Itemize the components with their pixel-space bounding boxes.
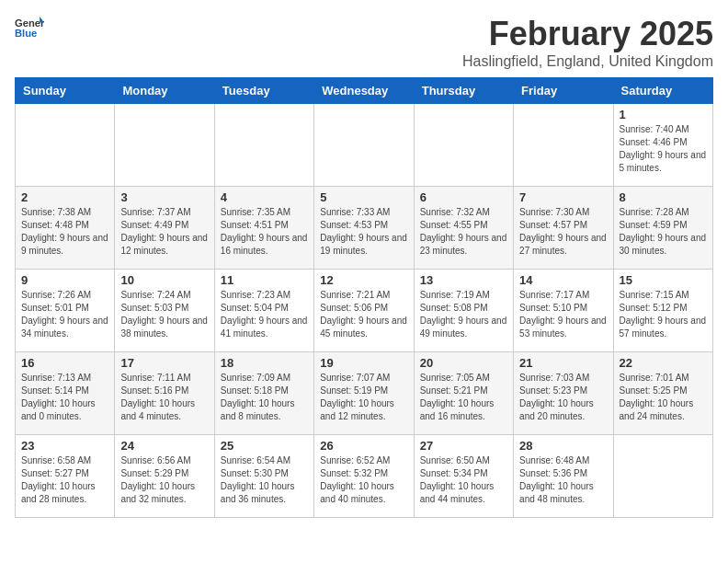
- day-info: Sunrise: 7:23 AMSunset: 5:04 PMDaylight:…: [221, 289, 308, 340]
- day-info: Sunrise: 7:21 AMSunset: 5:06 PMDaylight:…: [320, 289, 407, 340]
- day-info: Sunrise: 7:26 AMSunset: 5:01 PMDaylight:…: [21, 289, 108, 340]
- day-number: 15: [620, 273, 707, 287]
- table-row: 5Sunrise: 7:33 AMSunset: 4:53 PMDaylight…: [314, 187, 414, 270]
- table-row: 15Sunrise: 7:15 AMSunset: 5:12 PMDayligh…: [613, 270, 712, 352]
- table-row: [314, 104, 414, 187]
- header-thursday: Thursday: [414, 78, 513, 104]
- day-info: Sunrise: 7:40 AMSunset: 4:46 PMDaylight:…: [620, 123, 707, 175]
- day-number: 3: [120, 190, 208, 204]
- table-row: 21Sunrise: 7:03 AMSunset: 5:23 PMDayligh…: [514, 352, 613, 435]
- day-info: Sunrise: 7:09 AMSunset: 5:18 PMDaylight:…: [221, 372, 308, 423]
- day-info: Sunrise: 7:01 AMSunset: 5:25 PMDaylight:…: [620, 372, 707, 423]
- header-tuesday: Tuesday: [214, 78, 313, 104]
- day-number: 24: [120, 439, 208, 453]
- header-saturday: Saturday: [613, 78, 712, 104]
- table-row: 23Sunrise: 6:58 AMSunset: 5:27 PMDayligh…: [16, 435, 115, 518]
- day-number: 22: [620, 356, 707, 370]
- table-row: 11Sunrise: 7:23 AMSunset: 5:04 PMDayligh…: [214, 270, 313, 352]
- day-info: Sunrise: 6:48 AMSunset: 5:36 PMDaylight:…: [519, 454, 607, 506]
- table-row: 2Sunrise: 7:38 AMSunset: 4:48 PMDaylight…: [16, 187, 115, 270]
- day-number: 27: [420, 439, 507, 453]
- table-row: 28Sunrise: 6:48 AMSunset: 5:36 PMDayligh…: [514, 435, 613, 518]
- day-info: Sunrise: 6:54 AMSunset: 5:30 PMDaylight:…: [221, 454, 308, 506]
- day-info: Sunrise: 7:28 AMSunset: 4:59 PMDaylight:…: [620, 206, 707, 258]
- table-row: 27Sunrise: 6:50 AMSunset: 5:34 PMDayligh…: [414, 435, 513, 518]
- table-row: [414, 104, 513, 187]
- calendar-title: February 2025: [462, 15, 713, 53]
- day-number: 28: [519, 439, 607, 453]
- day-info: Sunrise: 7:13 AMSunset: 5:14 PMDaylight:…: [21, 372, 108, 423]
- day-info: Sunrise: 7:15 AMSunset: 5:12 PMDaylight:…: [620, 289, 707, 340]
- table-row: 10Sunrise: 7:24 AMSunset: 5:03 PMDayligh…: [115, 270, 214, 352]
- day-number: 5: [320, 190, 407, 204]
- day-info: Sunrise: 7:19 AMSunset: 5:08 PMDaylight:…: [420, 289, 507, 340]
- calendar-week-row: 23Sunrise: 6:58 AMSunset: 5:27 PMDayligh…: [16, 435, 713, 518]
- table-row: 20Sunrise: 7:05 AMSunset: 5:21 PMDayligh…: [414, 352, 513, 435]
- table-row: 8Sunrise: 7:28 AMSunset: 4:59 PMDaylight…: [613, 187, 712, 270]
- table-row: 24Sunrise: 6:56 AMSunset: 5:29 PMDayligh…: [115, 435, 214, 518]
- calendar-week-row: 9Sunrise: 7:26 AMSunset: 5:01 PMDaylight…: [16, 270, 713, 352]
- day-info: Sunrise: 7:30 AMSunset: 4:57 PMDaylight:…: [519, 206, 607, 258]
- table-row: 1Sunrise: 7:40 AMSunset: 4:46 PMDaylight…: [613, 104, 712, 187]
- table-row: [16, 104, 115, 187]
- table-row: 12Sunrise: 7:21 AMSunset: 5:06 PMDayligh…: [314, 270, 414, 352]
- day-number: 2: [21, 190, 108, 204]
- day-info: Sunrise: 7:33 AMSunset: 4:53 PMDaylight:…: [320, 206, 407, 258]
- table-row: 3Sunrise: 7:37 AMSunset: 4:49 PMDaylight…: [115, 187, 214, 270]
- day-number: 9: [21, 273, 108, 287]
- day-info: Sunrise: 7:37 AMSunset: 4:49 PMDaylight:…: [120, 206, 208, 258]
- table-row: 17Sunrise: 7:11 AMSunset: 5:16 PMDayligh…: [115, 352, 214, 435]
- day-number: 16: [21, 356, 108, 370]
- table-row: [214, 104, 313, 187]
- day-info: Sunrise: 7:03 AMSunset: 5:23 PMDaylight:…: [519, 372, 607, 423]
- day-number: 14: [519, 273, 607, 287]
- weekday-header-row: Sunday Monday Tuesday Wednesday Thursday…: [16, 78, 713, 104]
- day-number: 23: [21, 439, 108, 453]
- header: General Blue February 2025 Haslingfield,…: [15, 15, 713, 70]
- day-number: 13: [420, 273, 507, 287]
- title-area: February 2025 Haslingfield, England, Uni…: [462, 15, 713, 70]
- day-number: 26: [320, 439, 407, 453]
- calendar-week-row: 1Sunrise: 7:40 AMSunset: 4:46 PMDaylight…: [16, 104, 713, 187]
- day-number: 8: [620, 190, 707, 204]
- day-info: Sunrise: 7:35 AMSunset: 4:51 PMDaylight:…: [221, 206, 308, 258]
- day-number: 12: [320, 273, 407, 287]
- day-number: 1: [620, 108, 707, 121]
- calendar-table: Sunday Monday Tuesday Wednesday Thursday…: [15, 77, 713, 518]
- table-row: 9Sunrise: 7:26 AMSunset: 5:01 PMDaylight…: [16, 270, 115, 352]
- header-monday: Monday: [115, 78, 214, 104]
- table-row: [115, 104, 214, 187]
- day-info: Sunrise: 7:05 AMSunset: 5:21 PMDaylight:…: [420, 372, 507, 423]
- table-row: [613, 435, 712, 518]
- table-row: 14Sunrise: 7:17 AMSunset: 5:10 PMDayligh…: [514, 270, 613, 352]
- header-wednesday: Wednesday: [314, 78, 414, 104]
- day-number: 17: [120, 356, 208, 370]
- day-number: 7: [519, 190, 607, 204]
- calendar-subtitle: Haslingfield, England, United Kingdom: [462, 53, 713, 70]
- day-info: Sunrise: 7:17 AMSunset: 5:10 PMDaylight:…: [519, 289, 607, 340]
- day-info: Sunrise: 6:58 AMSunset: 5:27 PMDaylight:…: [21, 454, 108, 506]
- table-row: 4Sunrise: 7:35 AMSunset: 4:51 PMDaylight…: [214, 187, 313, 270]
- table-row: 26Sunrise: 6:52 AMSunset: 5:32 PMDayligh…: [314, 435, 414, 518]
- table-row: 13Sunrise: 7:19 AMSunset: 5:08 PMDayligh…: [414, 270, 513, 352]
- table-row: 22Sunrise: 7:01 AMSunset: 5:25 PMDayligh…: [613, 352, 712, 435]
- day-info: Sunrise: 7:32 AMSunset: 4:55 PMDaylight:…: [420, 206, 507, 258]
- logo: General Blue: [15, 15, 44, 40]
- day-info: Sunrise: 6:50 AMSunset: 5:34 PMDaylight:…: [420, 454, 507, 506]
- day-info: Sunrise: 7:38 AMSunset: 4:48 PMDaylight:…: [21, 206, 108, 258]
- logo-icon: General Blue: [15, 15, 44, 40]
- table-row: [514, 104, 613, 187]
- day-number: 4: [221, 190, 308, 204]
- table-row: 19Sunrise: 7:07 AMSunset: 5:19 PMDayligh…: [314, 352, 414, 435]
- day-number: 10: [120, 273, 208, 287]
- day-info: Sunrise: 7:07 AMSunset: 5:19 PMDaylight:…: [320, 372, 407, 423]
- table-row: 16Sunrise: 7:13 AMSunset: 5:14 PMDayligh…: [16, 352, 115, 435]
- table-row: 25Sunrise: 6:54 AMSunset: 5:30 PMDayligh…: [214, 435, 313, 518]
- calendar-week-row: 2Sunrise: 7:38 AMSunset: 4:48 PMDaylight…: [16, 187, 713, 270]
- day-number: 11: [221, 273, 308, 287]
- day-number: 20: [420, 356, 507, 370]
- day-number: 21: [519, 356, 607, 370]
- day-info: Sunrise: 6:52 AMSunset: 5:32 PMDaylight:…: [320, 454, 407, 506]
- table-row: 6Sunrise: 7:32 AMSunset: 4:55 PMDaylight…: [414, 187, 513, 270]
- day-number: 19: [320, 356, 407, 370]
